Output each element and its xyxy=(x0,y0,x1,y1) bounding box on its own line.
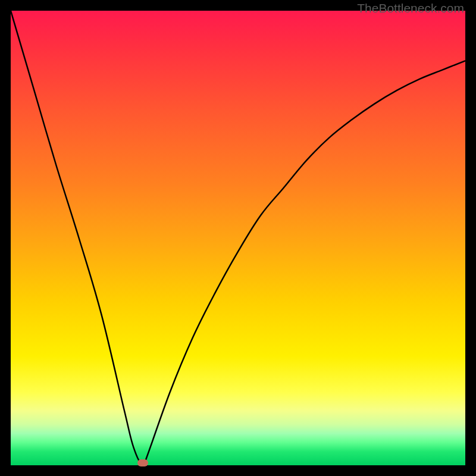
optimal-marker xyxy=(137,459,148,466)
bottleneck-curve xyxy=(11,11,465,465)
watermark-text: TheBottleneck.com xyxy=(357,1,464,15)
plot-area xyxy=(11,11,465,465)
chart-container: TheBottleneck.com xyxy=(0,0,476,476)
curve-svg xyxy=(11,11,465,465)
